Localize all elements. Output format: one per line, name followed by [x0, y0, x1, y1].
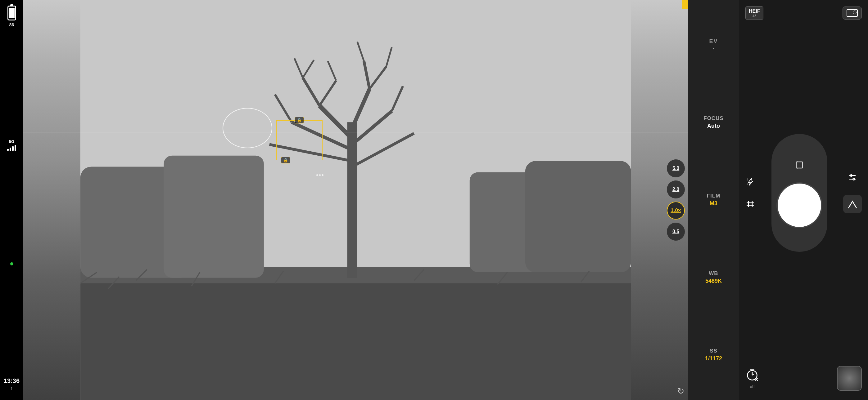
shutter-button[interactable] [778, 184, 821, 227]
svg-rect-1 [81, 272, 631, 400]
time-block: 13:36 ↑ [4, 377, 20, 391]
svg-line-31 [497, 272, 507, 284]
wb-setting[interactable]: WB 5489K [705, 270, 722, 284]
zoom-btn-1[interactable]: 1.0× [667, 202, 685, 220]
ev-setting[interactable]: EV - [709, 38, 718, 52]
grid-v1 [243, 0, 243, 400]
svg-line-20 [328, 61, 336, 80]
film-value: M3 [710, 200, 717, 207]
signal-bars [7, 145, 16, 151]
zoom-2-label: 2.0 [673, 187, 679, 192]
shutter-area [771, 134, 827, 252]
timer-label: off [750, 384, 754, 389]
svg-line-21 [357, 41, 364, 61]
icons-right [843, 172, 862, 213]
middle-controls [745, 134, 862, 252]
screen-button[interactable] [842, 6, 862, 20]
zoom-1-label: 1.0× [671, 207, 681, 214]
grid-lines [23, 0, 688, 400]
focus-setting[interactable]: FOCUS Auto [704, 115, 724, 129]
heif-badge[interactable]: HEIF 48 [745, 6, 764, 20]
svg-line-14 [364, 61, 369, 89]
signal-type: 5G [9, 139, 14, 144]
timer-svg [745, 368, 759, 381]
bottom-controls: off [745, 366, 862, 391]
location-arrow-icon: ↑ [10, 386, 13, 391]
svg-line-13 [319, 80, 336, 106]
svg-line-6 [319, 105, 352, 139]
timer-icon [745, 368, 759, 384]
focus-square-icon[interactable] [793, 159, 806, 171]
corner-indicator [682, 0, 688, 9]
zoom-btn-2[interactable]: 2.0 [667, 180, 685, 198]
film-label: FILM [707, 193, 720, 199]
right-panel: EV - FOCUS Auto FILM M3 WB 5489K SS 1/11… [688, 0, 868, 400]
svg-rect-38 [796, 162, 803, 168]
bar-3 [12, 146, 14, 151]
svg-rect-5 [347, 122, 357, 278]
svg-line-29 [275, 271, 283, 283]
svg-line-19 [303, 60, 314, 78]
mountain-button[interactable] [843, 195, 862, 213]
svg-line-32 [581, 271, 589, 282]
svg-rect-3 [81, 167, 191, 278]
heif-label: HEIF [749, 8, 760, 14]
ss-setting[interactable]: SS 1/1172 [705, 348, 722, 362]
svg-line-12 [303, 78, 319, 106]
svg-line-7 [352, 89, 370, 128]
ss-value: 1/1172 [705, 355, 722, 362]
viewfinder-background: 🔒 🔒 5.0 2.0 1.0× 0.5 [23, 0, 688, 400]
lightning-icon[interactable] [745, 177, 755, 187]
zoom-5-label: 5.0 [673, 166, 679, 171]
hashtag-svg [745, 199, 755, 209]
focus-lock-bottom-icon: 🔒 [281, 157, 290, 163]
zoom-btn-5[interactable]: 5.0 [667, 159, 685, 177]
focus-circle [223, 108, 272, 148]
focus-square-svg [793, 159, 806, 171]
wb-label: WB [709, 270, 718, 276]
zoom-btn-05[interactable]: 0.5 [667, 223, 685, 241]
icons-left [745, 177, 755, 209]
svg-line-30 [414, 269, 424, 280]
svg-rect-4 [164, 156, 264, 278]
sliders-icon[interactable] [847, 172, 858, 182]
mountain-svg [846, 197, 859, 211]
svg-line-9 [352, 111, 392, 144]
focus-lock-top-icon: 🔒 [294, 117, 304, 124]
svg-line-26 [108, 276, 119, 289]
sliders-svg [847, 172, 858, 182]
svg-rect-24 [525, 161, 631, 272]
wb-value: 5489K [705, 278, 722, 284]
grid-icon[interactable] [745, 199, 755, 209]
timer-button[interactable]: off [745, 368, 759, 389]
svg-rect-0 [81, 0, 631, 400]
viewfinder[interactable]: 🔒 🔒 5.0 2.0 1.0× 0.5 [23, 0, 688, 400]
status-bar: 86 5G 13:36 ↑ [0, 0, 23, 400]
thumbnail[interactable] [837, 366, 862, 391]
heif-num: 48 [752, 14, 756, 18]
top-controls: HEIF 48 [745, 6, 862, 20]
controls-column: HEIF 48 [739, 0, 868, 400]
zoom-controls: 5.0 2.0 1.0× 0.5 [667, 159, 685, 241]
shutter-container [771, 134, 827, 252]
refresh-icon[interactable]: ↻ [677, 386, 684, 396]
settings-strip: EV - FOCUS Auto FILM M3 WB 5489K SS 1/11… [688, 0, 739, 400]
signal-block: 5G [7, 139, 16, 151]
svg-line-15 [369, 67, 386, 89]
svg-line-17 [392, 86, 403, 111]
bar-2 [10, 147, 11, 151]
focus-label: FOCUS [704, 115, 724, 122]
battery-fill [9, 8, 14, 18]
screen-icon [846, 9, 858, 17]
battery-block: 86 [7, 6, 16, 27]
grid-v2 [462, 0, 462, 400]
svg-line-27 [136, 269, 147, 280]
film-setting[interactable]: FILM M3 [707, 193, 720, 207]
ev-label: EV [709, 38, 718, 45]
lightning-svg [745, 177, 755, 187]
focus-box[interactable]: 🔒 🔒 [276, 120, 322, 160]
svg-line-18 [294, 58, 303, 78]
scatter-dots [316, 172, 324, 178]
svg-line-25 [81, 272, 97, 284]
svg-rect-23 [470, 172, 581, 272]
